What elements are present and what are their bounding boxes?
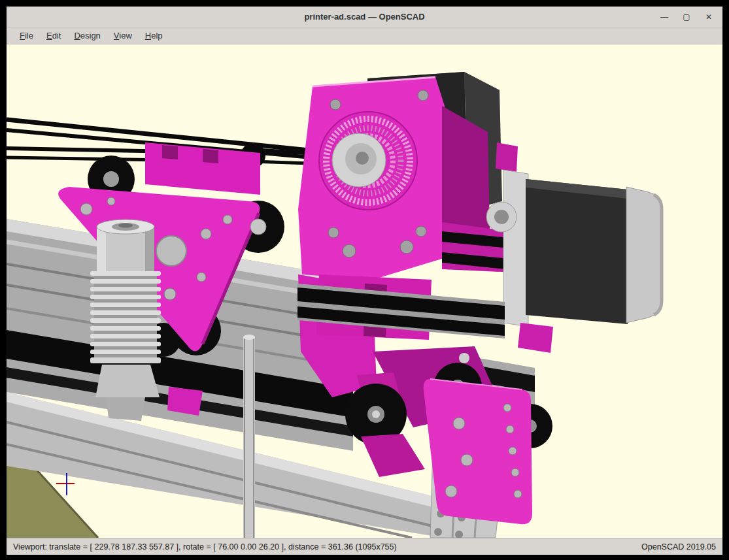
openscad-window: printer-ad.scad — OpenSCAD — ▢ ✕ File Ed… [7, 7, 722, 555]
menu-help[interactable]: Help [139, 27, 169, 44]
menu-design[interactable]: Design [67, 27, 107, 44]
motor-end-cap [626, 187, 662, 323]
right-stepper-motor [486, 170, 662, 327]
menu-file[interactable]: File [13, 27, 40, 44]
heatsink-fins [90, 271, 161, 363]
window-controls: — ▢ ✕ [658, 7, 715, 27]
idler-mount [496, 142, 518, 172]
viewport [7, 44, 722, 538]
close-icon[interactable]: ✕ [703, 11, 715, 23]
titlebar[interactable]: printer-ad.scad — OpenSCAD — ▢ ✕ [7, 7, 722, 27]
hotend-heatsink [90, 220, 161, 421]
menu-view[interactable]: View [107, 27, 139, 44]
minimize-icon[interactable]: — [658, 11, 670, 23]
menu-edit[interactable]: Edit [40, 27, 67, 44]
statusbar: Viewport: translate = [ 229.78 187.33 55… [7, 538, 722, 555]
version-text: OpenSCAD 2019.05 [641, 542, 716, 552]
viewport-status-text: Viewport: translate = [ 229.78 187.33 55… [13, 542, 397, 552]
menubar: File Edit Design View Help [7, 27, 722, 44]
motor-body [526, 179, 628, 324]
window-title: printer-ad.scad — OpenSCAD [304, 12, 424, 22]
3d-viewport-canvas[interactable] [7, 44, 722, 538]
maximize-icon[interactable]: ▢ [681, 11, 692, 23]
frame-rod [243, 335, 255, 538]
